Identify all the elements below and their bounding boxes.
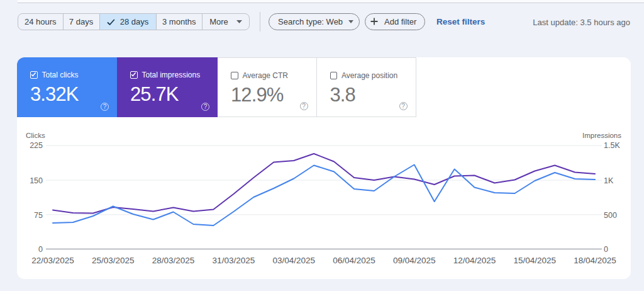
svg-text:150: 150	[30, 176, 43, 185]
svg-text:09/04/2025: 09/04/2025	[393, 256, 436, 265]
svg-text:31/03/2025: 31/03/2025	[213, 256, 255, 265]
svg-text:15/04/2025: 15/04/2025	[514, 256, 557, 265]
svg-text:12/04/2025: 12/04/2025	[453, 256, 496, 265]
svg-text:75: 75	[34, 211, 43, 220]
svg-text:Clicks: Clicks	[26, 132, 45, 139]
svg-text:18/04/2025: 18/04/2025	[574, 256, 616, 265]
svg-text:28/03/2025: 28/03/2025	[152, 256, 195, 265]
svg-text:0: 0	[38, 245, 43, 254]
svg-text:225: 225	[30, 141, 43, 150]
svg-text:1.5K: 1.5K	[604, 141, 620, 150]
svg-text:06/04/2025: 06/04/2025	[333, 256, 375, 265]
svg-text:Impressions: Impressions	[582, 132, 621, 139]
svg-text:0: 0	[604, 245, 608, 254]
svg-text:1K: 1K	[604, 176, 614, 185]
svg-text:22/03/2025: 22/03/2025	[31, 256, 74, 265]
svg-text:500: 500	[604, 211, 617, 220]
svg-text:03/04/2025: 03/04/2025	[272, 256, 315, 265]
svg-text:25/03/2025: 25/03/2025	[92, 256, 135, 265]
